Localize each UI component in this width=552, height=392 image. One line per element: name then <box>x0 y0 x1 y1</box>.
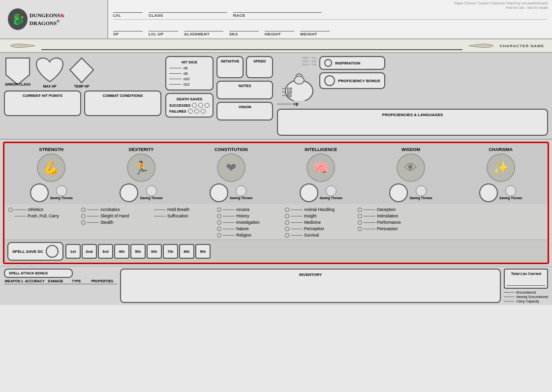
inspiration-circle[interactable] <box>324 59 332 67</box>
lvl-input[interactable] <box>113 6 143 13</box>
hit-dice-box: HIT DICE d6 d8 d10 d12 <box>165 56 214 90</box>
proficiency-bonus-circle[interactable] <box>324 75 335 86</box>
current-hp-box[interactable]: CURRENT HIT POINTS <box>4 90 81 116</box>
height-input[interactable] <box>265 25 294 31</box>
failure-bubble-2[interactable] <box>194 109 199 114</box>
persuasion-circle[interactable] <box>358 227 362 231</box>
spell-row: SPELL SAVE DC 1st 2nd 3rd 4th 5th 6th 7t… <box>4 240 548 263</box>
inspiration-box[interactable]: INSPIRATION <box>319 56 385 70</box>
spell-level-3[interactable]: 3rd <box>98 244 113 259</box>
arcana-line <box>223 210 235 210</box>
dexterity-saving-circle[interactable] <box>146 185 157 196</box>
skill-religion: Religion <box>217 233 281 238</box>
weapon-col-3: DAMAGE <box>46 279 65 283</box>
speed-box[interactable]: SPEED <box>246 56 273 78</box>
wisdom-icon: 👁 <box>397 153 425 182</box>
intelligence-score-circle[interactable] <box>300 183 318 202</box>
vision-box[interactable]: VISION <box>216 102 273 121</box>
combat-conditions-box[interactable]: COMBAT CONDITIONS <box>84 90 161 116</box>
svg-text:sp: sp <box>287 93 292 98</box>
perception-circle[interactable] <box>285 227 289 231</box>
inventory-box[interactable]: INVENTORY <box>120 269 501 303</box>
intimidation-circle[interactable] <box>358 214 362 218</box>
athletics-circle[interactable] <box>8 208 13 212</box>
suffocation-label: Suffocation <box>167 213 188 218</box>
success-bubble-2[interactable] <box>198 103 203 108</box>
medicine-circle[interactable] <box>285 220 289 225</box>
dnd-title-text: DUNGEONS& DRAGONS® <box>30 12 65 26</box>
intimidation-line <box>364 216 375 216</box>
armor-class-shield-icon <box>4 56 31 87</box>
wisdom-score-circle[interactable] <box>389 183 408 202</box>
persuasion-label: Persuasion <box>377 226 398 231</box>
constitution-label: CONSTITUTION <box>215 147 248 152</box>
initiative-box[interactable]: INITIATIVE <box>216 56 244 78</box>
class-input[interactable] <box>149 6 227 13</box>
investigation-circle[interactable] <box>217 220 221 225</box>
strength-saving-throw: Saving Throws <box>50 185 73 200</box>
total-lbs-input[interactable] <box>507 278 545 286</box>
failure-bubble-3[interactable] <box>201 109 206 114</box>
constitution-score-circle[interactable] <box>210 183 228 202</box>
deception-circle[interactable] <box>358 208 362 212</box>
wisdom-saving-circle[interactable] <box>416 185 427 196</box>
spell-level-8[interactable]: 8th <box>179 244 194 259</box>
carry-capacity-row: Carry Capacity <box>504 300 548 303</box>
religion-circle[interactable] <box>217 233 221 238</box>
success-bubble-1[interactable] <box>192 103 197 108</box>
spell-level-6[interactable]: 6th <box>147 244 162 259</box>
spell-level-4[interactable]: 4th <box>114 244 129 259</box>
acrobatics-circle[interactable] <box>81 208 86 212</box>
performance-circle[interactable] <box>358 220 362 225</box>
charisma-skills-col: Deception Intimidation Performance Persu… <box>358 207 417 238</box>
height-field: HEIGHT <box>265 25 294 36</box>
dexterity-score-circle[interactable] <box>120 183 138 202</box>
sex-input[interactable] <box>229 25 259 31</box>
notes-box[interactable]: NOTES <box>216 81 273 99</box>
race-input[interactable] <box>233 6 322 13</box>
arcana-circle[interactable] <box>217 208 221 212</box>
strength-score-circle[interactable] <box>30 183 49 202</box>
animal-handling-label: Animal Handling <box>304 207 335 212</box>
alignment-input[interactable] <box>184 25 223 31</box>
charisma-saving-circle[interactable] <box>505 185 516 196</box>
bottom-combat-row: CURRENT HIT POINTS COMBAT CONDITIONS <box>4 90 161 116</box>
stealth-line <box>87 222 99 223</box>
total-lbs-box: Total Lbs Carried Encumbered Heavily Enc… <box>504 269 548 303</box>
dice-d10-line <box>169 79 182 79</box>
history-circle[interactable] <box>217 214 221 218</box>
encumbrance-col: Encumbered Heavily Encumbered Carry Capa… <box>504 291 548 303</box>
constitution-saving-circle[interactable] <box>236 185 246 196</box>
survival-circle[interactable] <box>285 233 289 238</box>
weapon-col-4: TYPE <box>66 279 86 283</box>
skill-persuasion: Persuasion <box>358 226 417 231</box>
xp-input[interactable] <box>113 25 143 31</box>
insight-circle[interactable] <box>285 214 289 218</box>
top-combat-row: ARMOR CLASS MAX HP TEMP HP <box>4 56 161 88</box>
arcana-label: Arcana <box>236 207 249 212</box>
spell-level-2[interactable]: 2nd <box>82 244 97 259</box>
skill-push-pull-carry: Push, Pull, Carry <box>8 213 77 218</box>
proficiencies-languages-box[interactable]: PROFICIENCIES & LANGUAGES <box>277 109 548 136</box>
spell-level-7[interactable]: 7th <box>163 244 178 259</box>
stealth-circle[interactable] <box>81 220 86 225</box>
strength-saving-circle[interactable] <box>56 185 67 196</box>
lvlup-input[interactable] <box>149 25 178 31</box>
cp-row: cp <box>277 101 316 106</box>
spell-level-5[interactable]: 5th <box>130 244 146 259</box>
failure-bubble-1[interactable] <box>188 109 193 114</box>
survival-label: Survival <box>304 233 319 238</box>
animal-handling-circle[interactable] <box>285 208 289 212</box>
spell-save-dc-circle[interactable] <box>46 245 59 258</box>
weight-input[interactable] <box>300 25 330 31</box>
char-name-input[interactable] <box>41 41 462 50</box>
spell-level-9[interactable]: 9th <box>195 244 211 259</box>
nature-circle[interactable] <box>217 227 221 231</box>
sleight-circle[interactable] <box>81 214 86 218</box>
charisma-score-circle[interactable] <box>479 183 498 202</box>
medicine-label: Medicine <box>304 220 321 225</box>
success-bubble-3[interactable] <box>205 103 210 108</box>
intelligence-saving-circle[interactable] <box>326 185 337 196</box>
header-row-2: XP LVL UP ALIGNMENT SEX HEIGHT <box>113 20 547 37</box>
spell-level-1[interactable]: 1st <box>65 244 81 259</box>
